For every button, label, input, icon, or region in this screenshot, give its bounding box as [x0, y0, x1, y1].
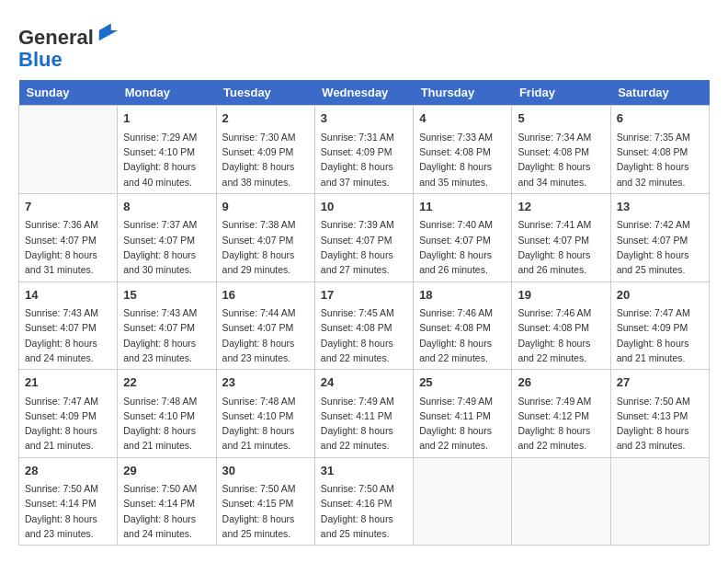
day-info: Sunrise: 7:43 AMSunset: 4:07 PMDaylight:… — [123, 305, 210, 365]
day-info: Sunrise: 7:37 AMSunset: 4:07 PMDaylight:… — [123, 217, 210, 277]
calendar-cell: 9Sunrise: 7:38 AMSunset: 4:07 PMDaylight… — [216, 193, 314, 282]
calendar-cell — [512, 457, 610, 546]
day-number: 25 — [419, 373, 506, 392]
day-number: 12 — [518, 198, 604, 216]
svg-marker-1 — [99, 24, 111, 30]
calendar-cell: 24Sunrise: 7:49 AMSunset: 4:11 PMDayligh… — [314, 370, 413, 458]
page-header: General Blue — [18, 18, 710, 71]
calendar-cell: 4Sunrise: 7:33 AMSunset: 4:08 PMDaylight… — [414, 106, 512, 194]
day-number: 8 — [123, 198, 210, 216]
calendar-cell: 28Sunrise: 7:50 AMSunset: 4:14 PMDayligh… — [19, 457, 118, 546]
day-info: Sunrise: 7:40 AMSunset: 4:07 PMDaylight:… — [419, 217, 506, 277]
calendar-cell: 10Sunrise: 7:39 AMSunset: 4:07 PMDayligh… — [314, 193, 413, 282]
day-number: 13 — [617, 198, 703, 216]
calendar-cell: 21Sunrise: 7:47 AMSunset: 4:09 PMDayligh… — [19, 370, 118, 458]
day-number: 17 — [321, 286, 407, 304]
logo-icon — [96, 18, 121, 44]
day-number: 10 — [321, 198, 407, 216]
svg-marker-0 — [99, 30, 119, 40]
calendar-week-row: 14Sunrise: 7:43 AMSunset: 4:07 PMDayligh… — [19, 282, 710, 370]
calendar-cell: 29Sunrise: 7:50 AMSunset: 4:14 PMDayligh… — [118, 457, 216, 546]
calendar-cell: 30Sunrise: 7:50 AMSunset: 4:15 PMDayligh… — [216, 457, 314, 546]
calendar-cell: 14Sunrise: 7:43 AMSunset: 4:07 PMDayligh… — [19, 282, 118, 370]
day-number: 19 — [518, 286, 604, 304]
day-info: Sunrise: 7:46 AMSunset: 4:08 PMDaylight:… — [518, 305, 604, 365]
day-of-week-header: Monday — [118, 80, 216, 106]
day-number: 26 — [518, 373, 604, 392]
calendar-week-row: 28Sunrise: 7:50 AMSunset: 4:14 PMDayligh… — [19, 457, 710, 546]
day-number: 9 — [222, 198, 309, 216]
day-info: Sunrise: 7:39 AMSunset: 4:07 PMDaylight:… — [321, 217, 407, 277]
day-number: 6 — [617, 109, 703, 128]
day-number: 2 — [222, 109, 309, 128]
day-of-week-header: Thursday — [414, 80, 512, 106]
calendar-week-row: 7Sunrise: 7:36 AMSunset: 4:07 PMDaylight… — [19, 193, 710, 282]
day-info: Sunrise: 7:42 AMSunset: 4:07 PMDaylight:… — [617, 217, 703, 277]
day-of-week-header: Friday — [512, 80, 610, 106]
logo: General Blue — [18, 18, 121, 71]
calendar-cell: 11Sunrise: 7:40 AMSunset: 4:07 PMDayligh… — [414, 193, 512, 282]
day-number: 23 — [222, 373, 309, 392]
day-info: Sunrise: 7:50 AMSunset: 4:14 PMDaylight:… — [123, 481, 210, 541]
day-info: Sunrise: 7:47 AMSunset: 4:09 PMDaylight:… — [617, 305, 703, 365]
day-of-week-header: Wednesday — [314, 80, 413, 106]
day-number: 30 — [222, 462, 309, 480]
calendar-cell: 23Sunrise: 7:48 AMSunset: 4:10 PMDayligh… — [216, 370, 314, 458]
calendar-cell: 6Sunrise: 7:35 AMSunset: 4:08 PMDaylight… — [610, 106, 709, 194]
calendar-cell: 13Sunrise: 7:42 AMSunset: 4:07 PMDayligh… — [610, 193, 709, 282]
day-of-week-header: Sunday — [19, 80, 118, 106]
day-number: 1 — [123, 109, 210, 128]
day-info: Sunrise: 7:36 AMSunset: 4:07 PMDaylight:… — [25, 217, 111, 277]
calendar-cell: 20Sunrise: 7:47 AMSunset: 4:09 PMDayligh… — [610, 282, 709, 370]
day-info: Sunrise: 7:50 AMSunset: 4:16 PMDaylight:… — [321, 481, 407, 541]
calendar-cell — [19, 106, 118, 194]
day-info: Sunrise: 7:47 AMSunset: 4:09 PMDaylight:… — [25, 394, 111, 454]
day-info: Sunrise: 7:49 AMSunset: 4:11 PMDaylight:… — [419, 394, 506, 454]
calendar-cell: 3Sunrise: 7:31 AMSunset: 4:09 PMDaylight… — [314, 106, 413, 194]
day-info: Sunrise: 7:46 AMSunset: 4:08 PMDaylight:… — [419, 305, 506, 365]
day-number: 31 — [321, 462, 407, 480]
calendar-cell: 31Sunrise: 7:50 AMSunset: 4:16 PMDayligh… — [314, 457, 413, 546]
day-number: 16 — [222, 286, 309, 304]
day-number: 5 — [518, 109, 604, 128]
calendar-cell: 17Sunrise: 7:45 AMSunset: 4:08 PMDayligh… — [314, 282, 413, 370]
calendar-cell: 19Sunrise: 7:46 AMSunset: 4:08 PMDayligh… — [512, 282, 610, 370]
day-info: Sunrise: 7:48 AMSunset: 4:10 PMDaylight:… — [123, 394, 210, 454]
calendar-cell: 12Sunrise: 7:41 AMSunset: 4:07 PMDayligh… — [512, 193, 610, 282]
calendar-week-row: 21Sunrise: 7:47 AMSunset: 4:09 PMDayligh… — [19, 370, 710, 458]
calendar-cell: 1Sunrise: 7:29 AMSunset: 4:10 PMDaylight… — [118, 106, 216, 194]
day-number: 29 — [123, 462, 210, 480]
day-info: Sunrise: 7:29 AMSunset: 4:10 PMDaylight:… — [123, 130, 210, 190]
logo-blue-text: Blue — [18, 48, 63, 71]
day-info: Sunrise: 7:41 AMSunset: 4:07 PMDaylight:… — [518, 217, 604, 277]
day-number: 22 — [123, 373, 210, 392]
calendar-cell: 16Sunrise: 7:44 AMSunset: 4:07 PMDayligh… — [216, 282, 314, 370]
calendar-cell: 7Sunrise: 7:36 AMSunset: 4:07 PMDaylight… — [19, 193, 118, 282]
day-number: 28 — [25, 462, 111, 480]
day-info: Sunrise: 7:48 AMSunset: 4:10 PMDaylight:… — [222, 394, 309, 454]
day-info: Sunrise: 7:43 AMSunset: 4:07 PMDaylight:… — [25, 305, 111, 365]
day-info: Sunrise: 7:30 AMSunset: 4:09 PMDaylight:… — [222, 130, 309, 190]
day-info: Sunrise: 7:49 AMSunset: 4:11 PMDaylight:… — [321, 394, 407, 454]
day-number: 27 — [617, 373, 703, 392]
calendar-cell: 5Sunrise: 7:34 AMSunset: 4:08 PMDaylight… — [512, 106, 610, 194]
day-of-week-header: Tuesday — [216, 80, 314, 106]
day-info: Sunrise: 7:44 AMSunset: 4:07 PMDaylight:… — [222, 305, 309, 365]
calendar-cell: 25Sunrise: 7:49 AMSunset: 4:11 PMDayligh… — [414, 370, 512, 458]
day-info: Sunrise: 7:33 AMSunset: 4:08 PMDaylight:… — [419, 130, 506, 190]
calendar-cell: 8Sunrise: 7:37 AMSunset: 4:07 PMDaylight… — [118, 193, 216, 282]
day-number: 20 — [617, 286, 703, 304]
day-info: Sunrise: 7:50 AMSunset: 4:14 PMDaylight:… — [25, 481, 111, 541]
day-number: 15 — [123, 286, 210, 304]
day-info: Sunrise: 7:50 AMSunset: 4:13 PMDaylight:… — [617, 394, 703, 454]
day-number: 21 — [25, 373, 111, 392]
calendar-table: SundayMondayTuesdayWednesdayThursdayFrid… — [18, 80, 710, 546]
day-info: Sunrise: 7:35 AMSunset: 4:08 PMDaylight:… — [617, 130, 703, 190]
calendar-cell: 27Sunrise: 7:50 AMSunset: 4:13 PMDayligh… — [610, 370, 709, 458]
day-number: 3 — [321, 109, 407, 128]
day-info: Sunrise: 7:49 AMSunset: 4:12 PMDaylight:… — [518, 394, 604, 454]
day-number: 7 — [25, 198, 111, 216]
calendar-cell: 15Sunrise: 7:43 AMSunset: 4:07 PMDayligh… — [118, 282, 216, 370]
calendar-cell: 18Sunrise: 7:46 AMSunset: 4:08 PMDayligh… — [414, 282, 512, 370]
day-info: Sunrise: 7:45 AMSunset: 4:08 PMDaylight:… — [321, 305, 407, 365]
